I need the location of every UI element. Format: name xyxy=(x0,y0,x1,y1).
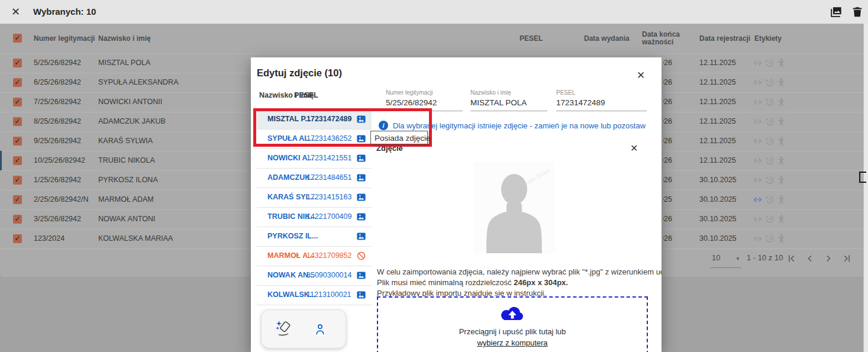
has-photo-icon[interactable] xyxy=(356,231,366,241)
person-icon[interactable] xyxy=(776,214,786,224)
student-list-item-blocked[interactable]: MARMOŁ A... 14321709852 xyxy=(257,246,372,266)
student-list-item[interactable]: TRUBIC NIK... 14221700409 xyxy=(257,207,372,227)
cursor-artifact xyxy=(859,172,866,183)
field-numer-legitymacji[interactable]: Numer legitymacji 5/25/26/82942 xyxy=(386,89,463,111)
link-status-icon[interactable] xyxy=(753,117,763,127)
has-photo-icon[interactable] xyxy=(356,173,366,183)
person-icon[interactable] xyxy=(776,136,786,146)
photo-section-label: Zdjęcie xyxy=(376,144,403,153)
cell-expiry-fragment: 026 xyxy=(663,170,678,190)
choose-from-computer-link[interactable]: wybierz z komputera xyxy=(378,338,647,347)
row-checkbox[interactable]: ✓ xyxy=(13,195,22,204)
col-nazwisko-imie[interactable]: Nazwisko i imię xyxy=(98,34,151,43)
history-icon[interactable] xyxy=(764,195,775,205)
row-checkbox[interactable]: ✓ xyxy=(13,156,22,165)
cell-name: MARMOŁ ADAM xyxy=(98,190,154,209)
history-icon[interactable] xyxy=(764,77,775,88)
page-size-value[interactable]: 10 xyxy=(712,253,720,262)
history-icon[interactable] xyxy=(764,136,775,146)
person-icon[interactable] xyxy=(776,156,786,166)
student-list-item[interactable]: NOWAK AN... 85090300014 xyxy=(257,266,372,286)
field-value[interactable]: 5/25/26/82942 xyxy=(386,98,463,107)
select-all-checkbox[interactable]: ✓ xyxy=(13,34,22,43)
student-list-item[interactable]: ADAMCZUK... 17231484651 xyxy=(257,168,372,188)
row-checkbox[interactable]: ✓ xyxy=(13,59,22,67)
col-data-wydania[interactable]: Data wydania xyxy=(584,34,630,43)
history-icon[interactable] xyxy=(764,234,775,244)
page-size-caret-icon[interactable]: ▼ xyxy=(735,256,740,261)
last-page-icon[interactable] xyxy=(841,253,853,264)
student-list-item[interactable]: PYRKOSZ IL... xyxy=(257,227,372,247)
history-icon[interactable] xyxy=(764,214,775,224)
link-status-icon[interactable] xyxy=(753,77,763,88)
row-checkbox[interactable]: ✓ xyxy=(13,176,22,185)
has-photo-icon[interactable] xyxy=(356,290,366,300)
photo-close-icon[interactable]: ✕ xyxy=(630,143,638,154)
link-status-icon[interactable] xyxy=(753,136,763,146)
blocked-icon[interactable] xyxy=(356,251,366,261)
link-status-icon[interactable] xyxy=(753,214,763,224)
col-pesel[interactable]: PESEL xyxy=(519,34,543,43)
edit-photos-icon[interactable] xyxy=(830,5,843,18)
field-label: PESEL xyxy=(556,89,647,96)
row-checkbox[interactable]: ✓ xyxy=(13,137,22,146)
history-icon[interactable] xyxy=(764,156,775,166)
cell-registered: 12.11.2025 xyxy=(699,151,736,170)
sort-desc-icon[interactable]: ↓ xyxy=(740,34,743,43)
cell-name: TRUBIC NIKOLA xyxy=(98,151,155,170)
first-page-icon[interactable] xyxy=(786,253,798,264)
student-list-item[interactable]: SYPUŁA AL... 17231436252 xyxy=(257,129,372,149)
next-page-icon[interactable] xyxy=(822,253,834,264)
person-icon[interactable] xyxy=(776,234,786,244)
link-status-icon[interactable] xyxy=(753,175,763,185)
history-icon[interactable] xyxy=(764,117,775,127)
person-icon[interactable] xyxy=(776,77,786,88)
student-list-item[interactable]: NOWICKI A... 17231421551 xyxy=(257,148,372,169)
has-photo-icon[interactable] xyxy=(356,192,366,202)
history-icon[interactable] xyxy=(764,175,775,185)
file-dropzone[interactable]: Przeciągnij i upuść plik tutaj lub wybie… xyxy=(377,296,648,352)
student-list-item[interactable]: KARAŚ SYL... 17231415163 xyxy=(257,188,372,208)
delete-icon[interactable] xyxy=(851,5,864,18)
person-icon[interactable] xyxy=(776,175,786,185)
student-list-item-selected[interactable]: MISZTAL P... 17231472489 xyxy=(257,109,372,130)
cell-name: NOWAK ANTONI xyxy=(98,209,156,229)
row-checkbox[interactable]: ✓ xyxy=(13,215,22,224)
field-nazwisko-imie[interactable]: Nazwisko i imię MISZTAL POLA xyxy=(470,89,547,111)
prev-page-icon[interactable] xyxy=(804,253,816,264)
cloud-upload-icon xyxy=(499,305,526,324)
col-data-konca-1[interactable]: Data końca xyxy=(642,30,680,38)
col-numer-legitymacji[interactable]: Numer legitymacji xyxy=(34,34,95,43)
link-status-icon[interactable] xyxy=(753,97,763,107)
student-list-item[interactable]: KOLWALSK... 11213100021 xyxy=(257,285,372,305)
remove-background-icon[interactable] xyxy=(311,319,329,337)
history-icon[interactable] xyxy=(764,58,775,68)
field-value[interactable]: 17231472489 xyxy=(556,98,647,107)
dialog-close-icon[interactable]: ✕ xyxy=(637,69,645,82)
has-photo-icon[interactable] xyxy=(356,153,366,163)
person-icon[interactable] xyxy=(776,117,786,127)
row-checkbox[interactable]: ✓ xyxy=(13,78,22,87)
person-icon[interactable] xyxy=(776,58,786,68)
has-photo-icon[interactable] xyxy=(356,114,366,124)
row-checkbox[interactable]: ✓ xyxy=(13,234,22,243)
row-checkbox[interactable]: ✓ xyxy=(13,117,22,126)
has-photo-icon[interactable] xyxy=(356,134,366,144)
has-photo-icon[interactable] xyxy=(356,212,366,222)
link-status-icon-active[interactable] xyxy=(753,195,763,205)
scrollbar-track[interactable] xyxy=(863,24,868,352)
cell-registered: 12.11.2025 xyxy=(699,92,736,112)
field-pesel[interactable]: PESEL 17231472489 xyxy=(556,89,647,111)
field-value[interactable]: MISZTAL POLA xyxy=(470,98,547,107)
has-photo-icon[interactable] xyxy=(356,270,366,280)
magic-eraser-icon[interactable] xyxy=(275,319,292,337)
link-status-icon[interactable] xyxy=(753,58,763,68)
person-icon[interactable] xyxy=(776,97,786,107)
link-status-icon[interactable] xyxy=(753,156,763,166)
person-icon[interactable] xyxy=(776,195,786,205)
cell-registered: 12.11.2025 xyxy=(699,112,736,131)
close-selection-icon[interactable]: ✕ xyxy=(11,5,20,18)
link-status-icon[interactable] xyxy=(753,234,763,244)
history-icon[interactable] xyxy=(764,97,775,107)
row-checkbox[interactable]: ✓ xyxy=(13,98,22,106)
